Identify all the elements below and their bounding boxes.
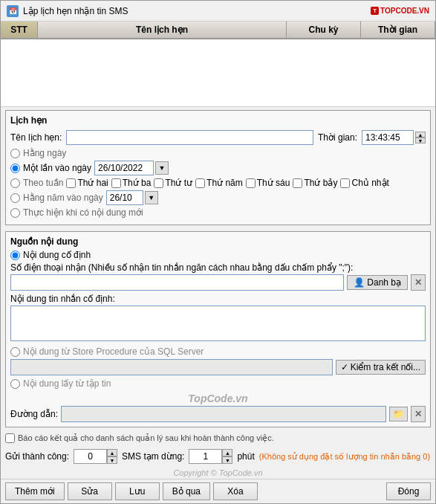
thuc-hien-row: Thực hiện khi có nội dung mới	[10, 207, 426, 218]
tam-dung-spin-up[interactable]: ▲	[222, 449, 232, 456]
mot-lan-radio[interactable]	[10, 164, 20, 173]
chu-nhat-checkbox[interactable]	[340, 178, 350, 188]
thu-ba-item: Thứ ba	[111, 178, 152, 188]
mot-lan-label: Một lần vào ngày	[23, 163, 91, 173]
kiem-tra-btn[interactable]: ✓ Kiểm tra kết nối...	[336, 360, 426, 375]
watermark: TopCode.vn	[10, 391, 426, 406]
noi-dung-label: Nội dung tin nhắn cố định:	[10, 294, 115, 304]
bao-cao-text: Báo cáo kết quả cho danh sách quản lý sa…	[18, 433, 274, 443]
thanh-cong-spinner-btns: ▲ ▼	[107, 449, 117, 464]
thanh-cong-spin-up[interactable]: ▲	[107, 449, 117, 456]
thanh-cong-spin-down[interactable]: ▼	[107, 456, 117, 464]
phone-input[interactable]	[10, 274, 344, 291]
duong-dan-row: Đường dẫn: 📁 ✕	[10, 406, 426, 422]
thu-tu-item: Thứ tư	[154, 178, 192, 188]
ten-lich-hen-label: Tên lịch hẹn:	[10, 132, 62, 143]
col-stt: STT	[1, 22, 38, 38]
window-title: Lập lịch hẹn nhận tin SMS	[23, 6, 128, 16]
tap-tin-radio-row: Nội dung lấy từ tập tin	[10, 378, 426, 389]
so-dt-label-row: Số điện thoại nhận (Nhiều số nhận tin nh…	[10, 262, 426, 273]
store-proc-input[interactable]	[10, 359, 333, 375]
hang-nam-radio[interactable]	[10, 193, 20, 203]
thu-ba-checkbox[interactable]	[111, 178, 121, 188]
thu-hai-checkbox[interactable]	[66, 178, 76, 188]
col-chu-ky: Chu kỳ	[287, 22, 361, 38]
thanh-cong-input[interactable]	[74, 449, 107, 464]
store-proc-radio[interactable]	[10, 347, 20, 357]
thuc-hien-radio[interactable]	[10, 208, 20, 218]
thoi-gian-input[interactable]	[362, 130, 414, 145]
thu-tu-label: Thứ tư	[165, 178, 192, 188]
tam-dung-spin-down[interactable]: ▼	[222, 456, 232, 464]
tap-tin-radio[interactable]	[10, 379, 20, 389]
title-bar-left: 📅 Lập lịch hẹn nhận tin SMS	[7, 5, 128, 17]
thu-hai-label: Thứ hai	[77, 178, 108, 188]
mot-lan-date-btn[interactable]: ▼	[155, 161, 169, 175]
time-spin-up[interactable]: ▲	[415, 132, 426, 138]
luu-button[interactable]: Lưu	[115, 482, 160, 500]
thu-nam-checkbox[interactable]	[195, 178, 205, 188]
table-header: STT Tên lịch hẹn Chu kỳ Thời gian	[1, 22, 435, 39]
gui-note: (Không sử dụng đặt số lượng tin nhắn bằn…	[259, 452, 431, 462]
thu-bay-item: Thứ bảy	[293, 178, 337, 188]
hang-ngay-radio[interactable]	[10, 149, 20, 158]
col-ten: Tên lịch hẹn	[38, 22, 287, 38]
xoa-button[interactable]: Xóa	[213, 482, 258, 500]
gui-thanh-cong-label: Gửi thành công:	[5, 451, 69, 462]
phut-label: phút	[237, 451, 254, 462]
thu-tu-checkbox[interactable]	[154, 178, 163, 188]
gui-row: Gửi thành công: ▲ ▼ SMS tạm dừng: ▲ ▼ ph…	[5, 449, 431, 464]
hang-nam-label: Hằng năm vào ngày	[23, 193, 103, 203]
hang-nam-date-group: ▼	[106, 190, 158, 205]
tam-dung-input[interactable]	[189, 449, 222, 464]
ten-lich-hen-row: Tên lịch hẹn: Thời gian: ▲ ▼	[10, 130, 426, 145]
store-proc-radio-row: Nội dung từ Store Procedure của SQL Serv…	[10, 346, 426, 357]
browse-file-btn[interactable]: 📁	[389, 407, 408, 421]
noi-dung-textarea[interactable]	[10, 306, 426, 341]
them-moi-button[interactable]: Thêm mới	[5, 482, 65, 500]
hang-nam-date-btn[interactable]: ▼	[145, 191, 158, 204]
hang-nam-date-input[interactable]	[106, 190, 143, 205]
thu-nam-item: Thứ năm	[195, 178, 243, 188]
store-proc-input-row: ✓ Kiểm tra kết nối...	[10, 359, 426, 375]
browse-icon: 📁	[393, 409, 404, 419]
chu-nhat-item: Chủ nhật	[340, 178, 388, 188]
thu-hai-item: Thứ hai	[66, 178, 108, 188]
app-icon: 📅	[7, 5, 19, 17]
duong-dan-input[interactable]	[61, 406, 386, 422]
mot-lan-date-group: ▼	[94, 161, 169, 175]
theo-tuan-row: Theo tuần Thứ hai Thứ ba Thứ tư Thứ năm …	[10, 178, 426, 188]
dong-button[interactable]: Đóng	[386, 482, 431, 500]
logo: T TOPCODE.VN	[371, 7, 429, 15]
bo-qua-button[interactable]: Bỏ qua	[163, 482, 210, 500]
ten-lich-hen-input[interactable]	[66, 130, 313, 145]
col-thoi-gian: Thời gian	[361, 22, 435, 38]
thanh-cong-spinner: ▲ ▼	[74, 449, 117, 464]
logo-icon: T	[371, 7, 379, 15]
time-spin-down[interactable]: ▼	[415, 138, 426, 143]
thu-sau-checkbox[interactable]	[246, 178, 256, 188]
thu-bay-checkbox[interactable]	[293, 178, 302, 188]
clear-file-btn[interactable]: ✕	[411, 406, 426, 422]
theo-tuan-radio[interactable]	[10, 178, 20, 188]
tap-tin-label: Nội dung lấy từ tập tin	[23, 378, 111, 389]
bottom-buttons: Thêm mới Sửa Lưu Bỏ qua Xóa Đóng	[1, 479, 435, 503]
thu-bay-label: Thứ bảy	[304, 178, 337, 188]
sua-button[interactable]: Sửa	[68, 482, 112, 500]
noi-dung-co-dinh-radio-row: Nội dung cố định	[10, 250, 426, 260]
bao-cao-checkbox[interactable]	[5, 433, 15, 443]
noi-dung-co-dinh-radio[interactable]	[10, 251, 20, 260]
noi-dung-co-dinh-label: Nội dung cố định	[23, 250, 91, 260]
so-dt-label: Số điện thoại nhận (Nhiều số nhận tin nh…	[10, 262, 353, 273]
danh-ba-btn[interactable]: 👤 Danh bạ	[347, 275, 408, 290]
thu-nam-label: Thứ năm	[206, 178, 243, 188]
clear-phone-btn[interactable]: ✕	[411, 274, 426, 291]
thu-sau-item: Thứ sáu	[246, 178, 290, 188]
time-spinner: ▲ ▼	[415, 132, 426, 143]
main-window: 📅 Lập lịch hẹn nhận tin SMS T TOPCODE.VN…	[0, 0, 436, 504]
title-bar: 📅 Lập lịch hẹn nhận tin SMS T TOPCODE.VN	[1, 1, 435, 22]
nguon-noi-dung-section: Nguồn nội dung Nội dung cố định Số điện …	[5, 231, 431, 427]
thu-sau-label: Thứ sáu	[257, 178, 290, 188]
mot-lan-date-input[interactable]	[94, 161, 154, 175]
thuc-hien-label: Thực hiện khi có nội dung mới	[23, 207, 143, 218]
